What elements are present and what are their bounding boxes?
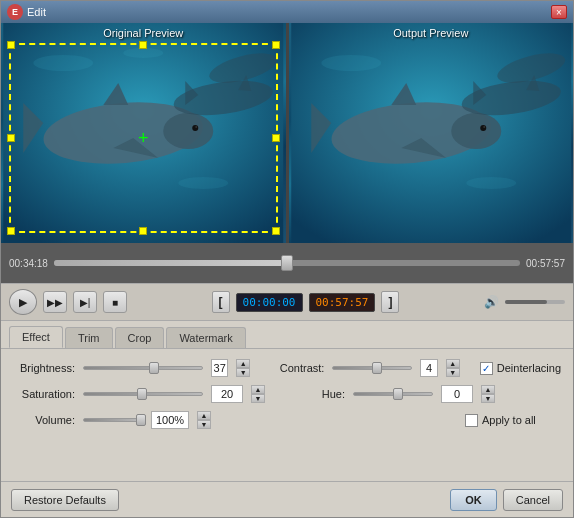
settings-row-1: Brightness: 37 ▲ ▼ Contrast: 4 ▲ ▼ [13, 359, 561, 377]
timeline-start-time: 00:34:18 [9, 258, 48, 269]
play-icon: ▶ [19, 296, 27, 309]
volume-icon: 🔊 [484, 295, 499, 309]
crop-handle-tl[interactable] [7, 41, 15, 49]
saturation-value[interactable]: 20 [211, 385, 243, 403]
apply-to-all-checkbox[interactable] [465, 414, 478, 427]
crop-handle-bl[interactable] [7, 227, 15, 235]
end-time-display: 00:57:57 [309, 293, 376, 312]
crop-handle-bm[interactable] [139, 227, 147, 235]
right-buttons: OK Cancel [450, 489, 563, 511]
svg-point-27 [321, 55, 381, 71]
hue-down[interactable]: ▼ [481, 394, 495, 403]
app-icon: E [7, 4, 23, 20]
restore-defaults-button[interactable]: Restore Defaults [11, 489, 119, 511]
original-preview-canvas: + [1, 23, 286, 243]
tab-crop[interactable]: Crop [115, 327, 165, 348]
deinterlacing-checkbox-wrapper[interactable]: Deinterlacing [480, 362, 561, 375]
saturation-up[interactable]: ▲ [251, 385, 265, 394]
brightness-slider[interactable] [83, 366, 203, 370]
hue-spinner: ▲ ▼ [481, 385, 495, 403]
timeline-track[interactable] [54, 260, 520, 266]
output-preview-svg [289, 23, 574, 243]
preview-area: Original Preview [1, 23, 573, 243]
brightness-value[interactable]: 37 [211, 359, 228, 377]
hue-thumb[interactable] [393, 388, 403, 400]
volume-fill [505, 300, 547, 304]
deinterlacing-checkbox[interactable] [480, 362, 493, 375]
hue-slider[interactable] [353, 392, 433, 396]
deinterlacing-label: Deinterlacing [497, 362, 561, 374]
title-bar: E Edit × [1, 1, 573, 23]
volume-down[interactable]: ▼ [197, 420, 211, 429]
play-button[interactable]: ▶ [9, 289, 37, 315]
ok-button[interactable]: OK [450, 489, 497, 511]
crop-rectangle[interactable]: + [9, 43, 278, 233]
bracket-end-button[interactable]: ] [381, 291, 399, 313]
timeline-thumb[interactable] [281, 255, 293, 271]
contrast-slider[interactable] [332, 366, 412, 370]
svg-point-17 [451, 113, 501, 149]
saturation-spinner: ▲ ▼ [251, 385, 265, 403]
saturation-down[interactable]: ▼ [251, 394, 265, 403]
stop-icon: ■ [112, 297, 118, 308]
timeline-end-time: 00:57:57 [526, 258, 565, 269]
apply-to-all-label: Apply to all [482, 414, 536, 426]
hue-value[interactable]: 0 [441, 385, 473, 403]
contrast-up[interactable]: ▲ [446, 359, 460, 368]
apply-to-all-wrapper[interactable]: Apply to all [465, 414, 536, 427]
crop-handle-tr[interactable] [272, 41, 280, 49]
bracket-start-button[interactable]: [ [212, 291, 230, 313]
main-window: E Edit × Original Preview [0, 0, 574, 518]
contrast-thumb[interactable] [372, 362, 382, 374]
hue-label: Hue: [293, 388, 345, 400]
brightness-up[interactable]: ▲ [236, 359, 250, 368]
crop-handle-rm[interactable] [272, 134, 280, 142]
crop-handle-tm[interactable] [139, 41, 147, 49]
volume-spinner: ▲ ▼ [197, 411, 211, 429]
timeline-progress [54, 260, 287, 266]
settings-row-2: Saturation: 20 ▲ ▼ Hue: 0 ▲ ▼ [13, 385, 561, 403]
contrast-down[interactable]: ▼ [446, 368, 460, 377]
stop-button[interactable]: ■ [103, 291, 127, 313]
brightness-thumb[interactable] [149, 362, 159, 374]
output-preview-panel: Output Preview [289, 23, 574, 243]
volume-value[interactable]: 100% [151, 411, 189, 429]
volume-settings-thumb[interactable] [136, 414, 146, 426]
next-frame-icon: ▶| [80, 297, 91, 308]
contrast-label: Contrast: [272, 362, 324, 374]
fast-forward-button[interactable]: ▶▶ [43, 291, 67, 313]
original-preview-panel: Original Preview [1, 23, 286, 243]
crop-handle-lm[interactable] [7, 134, 15, 142]
output-preview-canvas [289, 23, 574, 243]
close-button[interactable]: × [551, 5, 567, 19]
crop-handle-br[interactable] [272, 227, 280, 235]
brightness-spinner: ▲ ▼ [236, 359, 250, 377]
brightness-down[interactable]: ▼ [236, 368, 250, 377]
tab-trim[interactable]: Trim [65, 327, 113, 348]
hue-up[interactable]: ▲ [481, 385, 495, 394]
saturation-slider[interactable] [83, 392, 203, 396]
window-title: Edit [27, 6, 46, 18]
original-preview-label: Original Preview [103, 27, 183, 39]
current-time-display: 00:00:00 [236, 293, 303, 312]
saturation-thumb[interactable] [137, 388, 147, 400]
cancel-button[interactable]: Cancel [503, 489, 563, 511]
contrast-value[interactable]: 4 [420, 359, 437, 377]
brightness-label: Brightness: [13, 362, 75, 374]
volume-up[interactable]: ▲ [197, 411, 211, 420]
volume-settings-slider[interactable] [83, 418, 143, 422]
tab-effect[interactable]: Effect [9, 326, 63, 348]
fast-forward-icon: ▶▶ [47, 297, 63, 308]
settings-area: Brightness: 37 ▲ ▼ Contrast: 4 ▲ ▼ [1, 349, 573, 481]
output-preview-label: Output Preview [393, 27, 468, 39]
timeline-area: 00:34:18 00:57:57 [1, 243, 573, 283]
next-frame-button[interactable]: ▶| [73, 291, 97, 313]
saturation-label: Saturation: [13, 388, 75, 400]
crosshair: + [138, 128, 149, 149]
volume-label: Volume: [13, 414, 75, 426]
settings-row-3: Volume: 100% ▲ ▼ Apply to all [13, 411, 561, 429]
controls-area: ▶ ▶▶ ▶| ■ [ 00:00:00 00:57:57 ] 🔊 [1, 283, 573, 321]
title-bar-left: E Edit [7, 4, 46, 20]
volume-slider[interactable] [505, 300, 565, 304]
tab-watermark[interactable]: Watermark [166, 327, 245, 348]
